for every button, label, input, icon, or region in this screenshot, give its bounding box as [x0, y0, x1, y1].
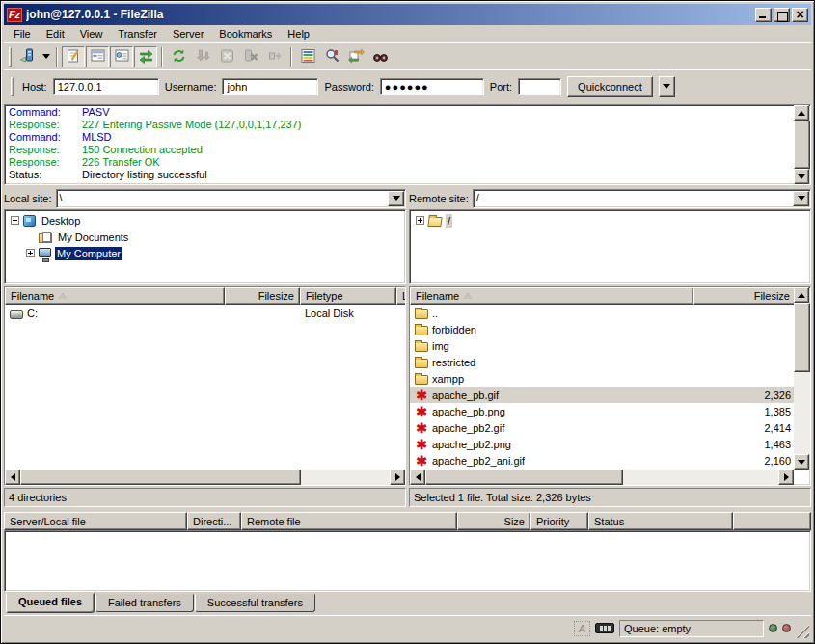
file-row[interactable]: C:Local Disk	[5, 305, 405, 321]
host-input[interactable]	[53, 78, 159, 95]
column-header-filename[interactable]: Filename	[410, 287, 693, 305]
resize-grip[interactable]	[796, 625, 809, 638]
file-row[interactable]: restricted	[410, 354, 794, 370]
file-name-cell: ✱apache_pb2.png	[410, 438, 693, 451]
username-input[interactable]	[222, 78, 318, 95]
directory-comparison-button[interactable]	[296, 46, 319, 67]
column-header-filename[interactable]: Filename	[5, 287, 225, 305]
tree-item[interactable]: My Documents	[7, 228, 403, 245]
file-row[interactable]: ✱apache_pb2.gif2,414	[410, 419, 794, 436]
toggle-message-log-button[interactable]	[62, 46, 85, 67]
tree-plus-toggle[interactable]	[26, 249, 35, 257]
menu-server[interactable]: Server	[165, 26, 211, 41]
filter-button[interactable]	[368, 46, 392, 67]
toggle-local-tree-button[interactable]	[86, 46, 109, 67]
scroll-left-button[interactable]	[410, 470, 425, 485]
column-header-filetype[interactable]: Filetype	[300, 287, 396, 305]
log-line: Command:MLSD	[9, 131, 790, 144]
toggle-remote-tree-button[interactable]	[110, 46, 133, 67]
tree-item[interactable]: Desktop	[7, 212, 403, 228]
site-manager-dropdown-button[interactable]	[40, 46, 52, 67]
menu-edit[interactable]: Edit	[39, 26, 72, 41]
remote-site-dropdown-button[interactable]	[793, 191, 809, 206]
log-line-label: Status:	[9, 169, 82, 181]
scroll-right-button[interactable]	[390, 470, 405, 485]
queue-column-remote-file[interactable]: Remote file	[241, 512, 457, 530]
menu-view[interactable]: View	[72, 26, 111, 41]
file-row[interactable]: forbidden	[410, 321, 794, 337]
reconnect-icon	[267, 48, 284, 66]
find-files-icon	[324, 48, 340, 66]
window-title: john@127.0.0.1 - FileZilla	[26, 8, 751, 21]
scroll-up-button[interactable]	[794, 287, 809, 303]
file-row[interactable]: ✱apache_pb2_ani.gif2,160	[410, 452, 794, 469]
site-manager-button[interactable]	[15, 46, 39, 67]
refresh-icon	[171, 48, 187, 66]
refresh-button[interactable]	[167, 46, 190, 67]
menu-help[interactable]: Help	[280, 26, 317, 41]
status-bar: A Queue: empty	[4, 615, 811, 640]
column-header-l[interactable]: L	[396, 287, 405, 305]
toggle-queue-button[interactable]	[134, 46, 157, 67]
local-horizontal-scrollbar[interactable]	[5, 470, 405, 485]
queue-column-size[interactable]: Size	[457, 512, 530, 530]
remote-vertical-scrollbar[interactable]	[794, 287, 810, 470]
tree-plus-toggle[interactable]	[416, 216, 424, 225]
local-site-dropdown-button[interactable]	[388, 191, 404, 206]
remote-site-value: /	[474, 190, 792, 207]
image-file-icon: ✱	[415, 405, 428, 418]
quickconnect-button[interactable]: Quickconnect	[567, 76, 653, 97]
menu-bookmarks[interactable]: Bookmarks	[211, 26, 280, 41]
scroll-up-button[interactable]	[794, 105, 809, 121]
column-header-filesize[interactable]: Filesize	[225, 287, 300, 305]
maximize-button[interactable]	[774, 8, 790, 22]
file-name-cell: restricted	[410, 357, 693, 368]
find-files-button[interactable]	[320, 46, 343, 67]
process-queue-button[interactable]	[191, 46, 214, 67]
quickconnect-dropdown-button[interactable]	[659, 76, 675, 97]
file-name: xampp	[432, 373, 464, 385]
menu-transfer[interactable]: Transfer	[110, 26, 165, 41]
port-label: Port:	[490, 81, 512, 93]
file-row[interactable]: ✱apache_pb2.png1,463	[410, 436, 794, 452]
log-vertical-scrollbar[interactable]	[794, 105, 810, 184]
scroll-left-button[interactable]	[5, 470, 20, 485]
cancel-button[interactable]	[215, 46, 238, 67]
tab-queued-files[interactable]: Queued files	[6, 593, 95, 613]
tree-minus-toggle[interactable]	[11, 216, 19, 225]
column-header-filesize[interactable]: Filesize	[693, 287, 794, 305]
remote-site-combobox[interactable]: /	[473, 189, 811, 208]
tab-failed-transfers[interactable]: Failed transfers	[95, 594, 194, 612]
tab-successful-transfers[interactable]: Successful transfers	[195, 594, 315, 612]
menu-file[interactable]: File	[6, 26, 39, 41]
folder-open-icon	[427, 217, 442, 227]
reconnect-button[interactable]	[263, 46, 286, 67]
file-row[interactable]: ✱apache_pb.png1,385	[410, 403, 794, 419]
synchronized-browsing-button[interactable]	[344, 46, 367, 67]
local-site-combobox[interactable]: \	[56, 189, 406, 208]
file-row[interactable]: ✱apache_pb.gif2,326	[410, 387, 794, 403]
port-input[interactable]	[518, 78, 561, 95]
queue-column-directi-[interactable]: Directi...	[187, 512, 241, 530]
queue-column-server-local-file[interactable]: Server/Local file	[4, 512, 187, 530]
file-name-cell: ✱apache_pb.gif	[410, 389, 693, 402]
scroll-down-button[interactable]	[794, 169, 809, 184]
scroll-down-button[interactable]	[794, 454, 809, 470]
remote-horizontal-scrollbar[interactable]	[410, 470, 794, 485]
queue-column-priority[interactable]: Priority	[530, 512, 588, 530]
file-row[interactable]: xampp	[410, 370, 794, 387]
file-row[interactable]: img	[410, 337, 794, 354]
password-input[interactable]	[380, 78, 484, 95]
file-row[interactable]: ..	[410, 305, 794, 321]
disconnect-icon	[243, 48, 259, 66]
tree-item[interactable]: My Computer	[7, 245, 403, 261]
log-line-text: 150 Connection accepted	[82, 144, 203, 156]
receive-activity-led-icon	[769, 624, 777, 632]
minimize-button[interactable]	[755, 8, 772, 22]
close-button[interactable]	[792, 8, 808, 22]
file-name: apache_pb2.png	[432, 439, 511, 450]
disconnect-button[interactable]	[239, 46, 262, 67]
scroll-right-button[interactable]	[778, 470, 794, 485]
queue-column-status[interactable]: Status	[588, 512, 733, 530]
tree-item[interactable]: /	[412, 212, 808, 228]
